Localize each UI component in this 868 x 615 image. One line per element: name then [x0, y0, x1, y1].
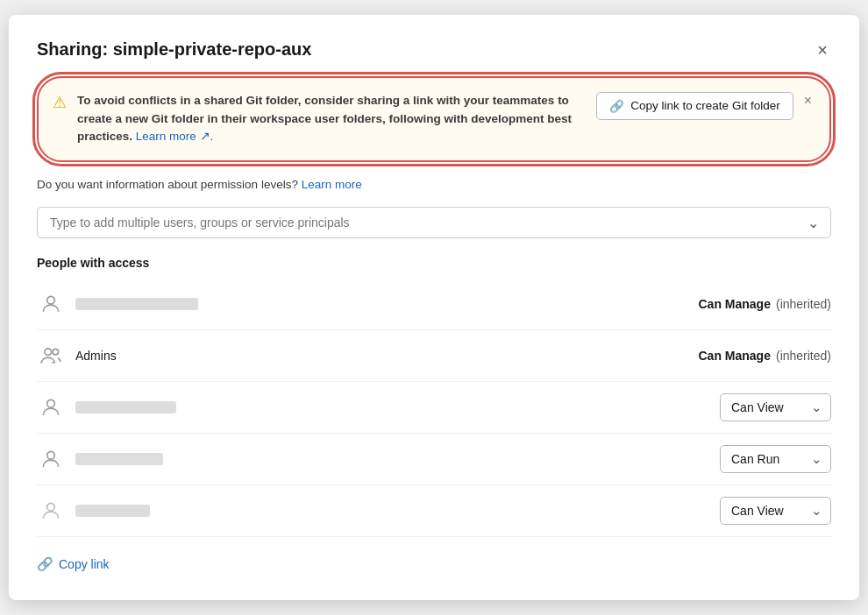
table-row: Can View Can Edit Can Run Can Manage — [37, 382, 831, 434]
copy-link-label: Copy link — [59, 557, 110, 571]
permission-dropdown-wrapper: Can View Can Edit Can Run Can Manage — [720, 497, 831, 525]
person-left — [37, 290, 198, 318]
person-permission-static: Can Manage (inherited) — [699, 297, 832, 311]
svg-point-2 — [53, 350, 58, 356]
modal-title: Sharing: simple-private-repo-aux — [37, 39, 311, 60]
permission-select[interactable]: Can View Can Edit Can Run Can Manage — [720, 445, 831, 473]
table-row: Can View Can Edit Can Run Can Manage — [37, 434, 831, 485]
permission-select[interactable]: Can View Can Edit Can Run Can Manage — [720, 497, 831, 525]
person-name-blurred — [75, 401, 176, 414]
sharing-modal: Sharing: simple-private-repo-aux × ⚠ To … — [9, 15, 859, 601]
external-link-icon: ↗ — [200, 130, 210, 143]
svg-point-1 — [45, 349, 52, 356]
banner-close-button[interactable]: × — [802, 92, 814, 110]
copy-git-link-button[interactable]: 🔗 Copy link to create Git folder — [596, 92, 793, 120]
person-name-blurred — [75, 298, 198, 310]
person-permission-dropdown: Can View Can Edit Can Run Can Manage — [720, 393, 831, 421]
person-left: Admins — [37, 342, 117, 370]
person-left — [37, 393, 176, 421]
person-name-blurred — [75, 453, 163, 465]
permission-select[interactable]: Can View Can Edit Can Run Can Manage — [720, 393, 831, 421]
modal-header: Sharing: simple-private-repo-aux × — [37, 39, 831, 60]
person-permission-dropdown: Can View Can Edit Can Run Can Manage — [720, 497, 831, 525]
person-name-blurred — [75, 505, 150, 517]
permission-dropdown-wrapper: Can View Can Edit Can Run Can Manage — [720, 393, 831, 421]
svg-point-5 — [47, 504, 55, 512]
svg-point-4 — [47, 452, 55, 460]
user-search-row — [37, 207, 831, 238]
banner-learn-more-link[interactable]: Learn more ↗ — [136, 130, 210, 143]
person-permission-dropdown: Can View Can Edit Can Run Can Manage — [720, 445, 831, 473]
modal-close-button[interactable]: × — [814, 39, 831, 60]
copy-link-row: 🔗 Copy link — [37, 556, 831, 572]
link-icon: 🔗 — [609, 99, 624, 113]
table-row: Can Manage (inherited) — [37, 279, 831, 330]
people-section-label: People with access — [37, 256, 831, 270]
warning-banner: ⚠ To avoid conflicts in a shared Git fol… — [37, 76, 831, 163]
avatar — [37, 445, 65, 473]
permission-info-row: Do you want information about permission… — [37, 178, 831, 191]
user-search-input[interactable] — [37, 207, 831, 238]
permission-learn-more-link[interactable]: Learn more — [302, 178, 362, 191]
avatar — [37, 393, 65, 421]
warning-banner-text: To avoid conflicts in a shared Git folde… — [77, 92, 582, 147]
svg-point-0 — [47, 297, 55, 305]
copy-link-icon: 🔗 — [37, 556, 53, 572]
warning-message: To avoid conflicts in a shared Git folde… — [77, 94, 572, 144]
warning-banner-right: 🔗 Copy link to create Git folder × — [596, 92, 814, 120]
svg-point-3 — [47, 400, 55, 408]
person-left — [37, 497, 150, 525]
permission-dropdown-wrapper: Can View Can Edit Can Run Can Manage — [720, 445, 831, 473]
table-row: Can View Can Edit Can Run Can Manage — [37, 485, 831, 537]
warning-banner-left: ⚠ To avoid conflicts in a shared Git fol… — [53, 92, 582, 147]
avatar — [37, 290, 65, 318]
table-row: Admins Can Manage (inherited) — [37, 330, 831, 382]
people-list: Can Manage (inherited) Admins — [37, 279, 831, 537]
avatar — [37, 342, 65, 370]
person-permission-static: Can Manage (inherited) — [699, 349, 832, 363]
person-name: Admins — [75, 349, 117, 363]
copy-link-button[interactable]: 🔗 Copy link — [37, 556, 110, 572]
warning-triangle-icon: ⚠ — [53, 93, 67, 112]
person-left — [37, 445, 163, 473]
avatar — [37, 497, 65, 525]
